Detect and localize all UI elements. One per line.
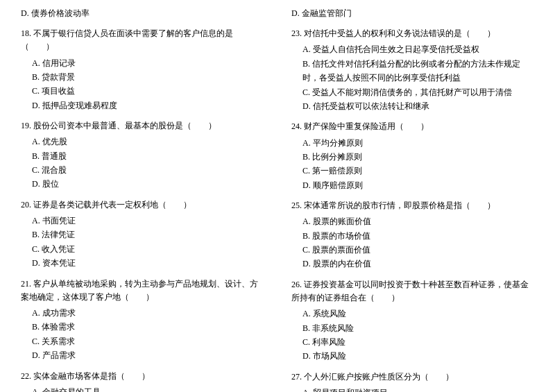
option-q19-0: A. 优先股 xyxy=(32,135,264,148)
question-block-q19: 19. 股份公司资本中最普通、最基本的股份是（ ）A. 优先股B. 普通股C. … xyxy=(21,119,264,191)
question-block-q_d_bond: D. 债券价格波动率 xyxy=(21,7,264,20)
question-block-q22: 22. 实体金融市场客体是指（ ）A. 金融交易的工具B. 金融中介机构C. 金… xyxy=(21,370,264,392)
question-block-q27: 27. 个人外汇账户按账户性质区分为（ ）A. 贸易项目和融资项目B. 结算账户… xyxy=(291,370,534,392)
option-q22-0: A. 金融交易的工具 xyxy=(32,385,264,392)
question-block-q26: 26. 证券投资基金可以同时投资于数十种甚至数百种证券，使基金所持有的证券组合在… xyxy=(291,278,534,364)
option-q21-0: A. 成功需求 xyxy=(32,306,264,320)
option-q18-2: C. 项目收益 xyxy=(32,84,264,98)
option-q21-3: D. 产品需求 xyxy=(32,348,264,362)
option-q25-1: B. 股票的市场价值 xyxy=(302,229,534,243)
page-content: D. 债券价格波动率18. 不属于银行信贷人员在面谈中需要了解的客户信息的是（ … xyxy=(21,7,534,392)
option-q18-1: B. 贷款背景 xyxy=(32,70,264,84)
option-q20-2: C. 收入凭证 xyxy=(32,242,264,256)
option-q26-0: A. 系统风险 xyxy=(302,307,534,321)
question-title: 20. 证券是各类记载并代表一定权利地（ ） xyxy=(21,198,264,212)
option-q19-3: D. 股位 xyxy=(32,177,264,191)
question-block-q21: 21. 客户从单纯被动地采购，转为主动参与产品地规划、设计、方案地确定，这体现了… xyxy=(21,278,264,363)
question-block-q23: 23. 对信托中受益人的权利和义务说法错误的是（ ）A. 受益人自信托合同生效之… xyxy=(291,27,534,113)
option-q20-0: A. 书面凭证 xyxy=(32,214,264,228)
option-q18-0: A. 信用记录 xyxy=(32,56,264,70)
option-q23-0: A. 受益人自信托合同生效之日起享受信托受益权 xyxy=(302,42,534,56)
question-title: 24. 财产保险中重复保险适用（ ） xyxy=(291,120,534,133)
option-q26-2: C. 利率风险 xyxy=(302,335,534,349)
option-q24-3: D. 顺序赔偿原则 xyxy=(302,178,534,192)
option-q23-1: B. 信托文件对信托利益分配的比例或者分配的方法未作规定时，各受益人按照不同的比… xyxy=(302,57,534,85)
option-q25-0: A. 股票的账面价值 xyxy=(302,214,534,228)
option-q18-3: D. 抵押品变现难易程度 xyxy=(32,99,264,112)
option-q21-2: C. 关系需求 xyxy=(32,334,264,348)
option-q20-1: B. 法律凭证 xyxy=(32,228,264,241)
question-title: 26. 证券投资基金可以同时投资于数十种甚至数百种证券，使基金所持有的证券组合在… xyxy=(291,278,534,305)
option-q26-3: D. 市场风险 xyxy=(302,349,534,363)
option-q25-2: C. 股票的票面价值 xyxy=(302,243,534,257)
option-q20-3: D. 资本凭证 xyxy=(32,256,264,270)
question-title: D. 债券价格波动率 xyxy=(21,7,264,20)
option-q24-0: A. 平均分摊原则 xyxy=(302,136,534,150)
question-title: 25. 宋体通常所说的股市行情，即股票价格是指（ ） xyxy=(291,199,534,212)
question-title: 18. 不属于银行信贷人员在面谈中需要了解的客户信息的是（ ） xyxy=(21,27,264,53)
option-q23-2: C. 受益人不能对期消信债务的，其信托财产可以用于清偿 xyxy=(302,85,534,99)
option-q24-1: B. 比例分摊原则 xyxy=(302,150,534,164)
question-block-q18: 18. 不属于银行信贷人员在面谈中需要了解的客户信息的是（ ）A. 信用记录B.… xyxy=(21,27,264,112)
option-q26-1: B. 非系统风险 xyxy=(302,321,534,335)
option-q25-3: D. 股票的内在价值 xyxy=(302,257,534,271)
option-q21-1: B. 体验需求 xyxy=(32,320,264,334)
question-block-q25: 25. 宋体通常所说的股市行情，即股票价格是指（ ）A. 股票的账面价值B. 股… xyxy=(291,199,534,271)
question-title: 22. 实体金融市场客体是指（ ） xyxy=(21,370,264,383)
option-q19-2: C. 混合股 xyxy=(32,163,264,177)
question-title: 27. 个人外汇账户按账户性质区分为（ ） xyxy=(291,370,534,384)
option-q27-0: A. 贸易项目和融资项目 xyxy=(302,386,534,392)
option-q19-1: B. 普通股 xyxy=(32,149,264,163)
question-title: D. 金融监管部门 xyxy=(291,7,534,20)
question-block-q_d_jinjian: D. 金融监管部门 xyxy=(291,7,534,20)
option-q23-3: D. 信托受益权可以依法转让和继承 xyxy=(302,99,534,113)
question-block-q20: 20. 证券是各类记载并代表一定权利地（ ）A. 书面凭证B. 法律凭证C. 收… xyxy=(21,198,264,271)
option-q24-2: C. 第一赔偿原则 xyxy=(302,164,534,178)
columns: D. 债券价格波动率18. 不属于银行信贷人员在面谈中需要了解的客户信息的是（ … xyxy=(21,7,534,392)
left-column: D. 债券价格波动率18. 不属于银行信贷人员在面谈中需要了解的客户信息的是（ … xyxy=(21,7,271,392)
question-title: 19. 股份公司资本中最普通、最基本的股份是（ ） xyxy=(21,119,264,133)
question-block-q24: 24. 财产保险中重复保险适用（ ）A. 平均分摊原则B. 比例分摊原则C. 第… xyxy=(291,120,534,192)
question-title: 23. 对信托中受益人的权利和义务说法错误的是（ ） xyxy=(291,27,534,40)
right-column: D. 金融监管部门23. 对信托中受益人的权利和义务说法错误的是（ ）A. 受益… xyxy=(284,7,534,392)
question-title: 21. 客户从单纯被动地采购，转为主动参与产品地规划、设计、方案地确定，这体现了… xyxy=(21,278,264,304)
